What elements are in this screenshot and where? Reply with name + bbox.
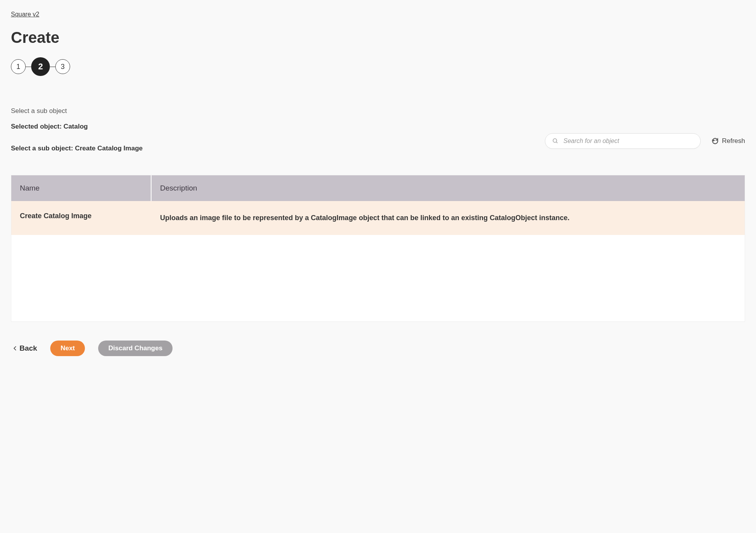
section-label: Select a sub object xyxy=(11,107,745,115)
svg-line-1 xyxy=(556,142,557,143)
selected-object-line: Selected object: Catalog xyxy=(11,123,143,131)
search-icon xyxy=(552,138,559,144)
subobject-line: Select a sub object: Create Catalog Imag… xyxy=(11,145,143,152)
table-empty-space xyxy=(11,236,745,321)
step-connector xyxy=(26,67,31,67)
selected-object-prefix: Selected object: xyxy=(11,123,63,130)
discard-button[interactable]: Discard Changes xyxy=(98,341,173,356)
refresh-button[interactable]: Refresh xyxy=(712,137,745,145)
header-description: Description xyxy=(152,184,745,192)
footer-buttons: Back Next Discard Changes xyxy=(11,341,745,356)
step-2[interactable]: 2 xyxy=(31,57,50,76)
refresh-label: Refresh xyxy=(722,137,745,145)
search-input[interactable] xyxy=(563,138,693,145)
subobject-value: Create Catalog Image xyxy=(75,145,143,152)
svg-point-0 xyxy=(553,139,557,142)
stepper: 1 2 3 xyxy=(11,57,745,76)
subobject-prefix: Select a sub object: xyxy=(11,145,75,152)
search-box[interactable] xyxy=(545,133,701,149)
row-description: Uploads an image file to be represented … xyxy=(152,212,745,224)
refresh-icon xyxy=(712,138,719,145)
step-1[interactable]: 1 xyxy=(11,59,26,74)
next-button[interactable]: Next xyxy=(50,341,85,356)
page-title: Create xyxy=(11,29,745,46)
selected-object-value: Catalog xyxy=(63,123,88,130)
chevron-left-icon xyxy=(13,346,17,351)
back-button[interactable]: Back xyxy=(13,344,37,353)
row-name: Create Catalog Image xyxy=(11,212,152,220)
table-header: Name Description xyxy=(11,175,745,201)
objects-table: Name Description Create Catalog Image Up… xyxy=(11,175,745,322)
table-row[interactable]: Create Catalog Image Uploads an image fi… xyxy=(11,201,745,236)
header-name: Name xyxy=(11,175,152,201)
step-connector xyxy=(50,67,55,67)
back-label: Back xyxy=(19,344,37,353)
step-3[interactable]: 3 xyxy=(55,59,70,74)
breadcrumb-link[interactable]: Square v2 xyxy=(11,11,39,18)
